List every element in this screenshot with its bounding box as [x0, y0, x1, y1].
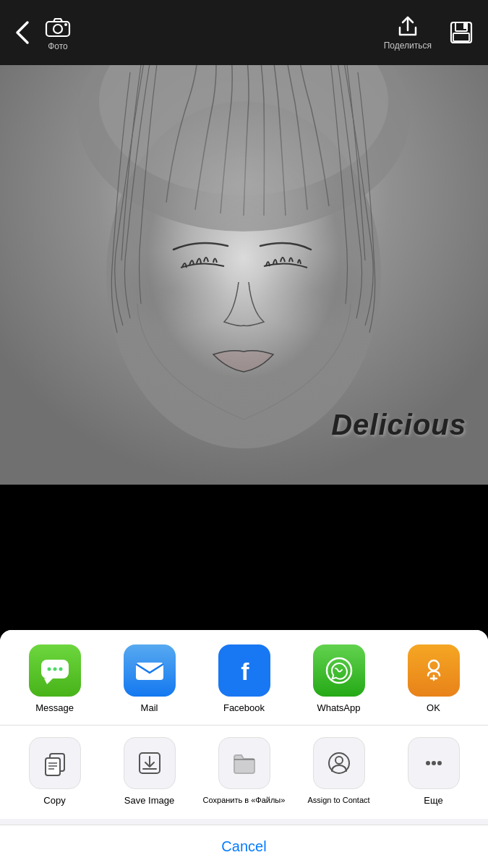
svg-rect-5: [463, 23, 466, 29]
svg-point-32: [426, 761, 430, 765]
save-image-action-icon: [124, 737, 176, 789]
back-button[interactable]: [14, 20, 30, 46]
cancel-button[interactable]: Cancel: [0, 825, 488, 868]
mail-label: Mail: [141, 702, 158, 713]
facebook-icon: f: [218, 644, 270, 697]
svg-point-15: [59, 668, 62, 671]
app-facebook[interactable]: f Facebook: [197, 644, 291, 713]
svg-point-31: [335, 757, 343, 764]
assign-contact-action-icon: [313, 737, 365, 789]
camera-label: Фото: [48, 41, 68, 51]
copy-label: Copy: [43, 795, 65, 807]
app-whatsapp[interactable]: WhatsApp: [291, 644, 386, 713]
svg-point-14: [53, 668, 56, 671]
more-action-icon: [408, 737, 460, 789]
save-files-label: Сохранить в «Файлы»: [203, 795, 286, 805]
ok-icon: [408, 644, 460, 697]
svg-point-33: [432, 761, 436, 765]
app-message[interactable]: Message: [7, 644, 102, 713]
actions-row: Copy Save Image: [0, 726, 488, 819]
mail-icon: [124, 644, 176, 697]
copy-action-icon: [29, 737, 81, 789]
ok-label: OK: [427, 702, 440, 713]
save-button[interactable]: [449, 20, 474, 45]
svg-text:f: f: [241, 658, 249, 685]
svg-rect-23: [46, 758, 60, 775]
svg-point-13: [47, 668, 51, 671]
top-bar: Фото Поделиться: [0, 0, 488, 65]
svg-point-34: [437, 761, 442, 765]
action-more[interactable]: Еще: [386, 737, 481, 807]
action-copy[interactable]: Copy: [7, 737, 102, 807]
save-image-label: Save Image: [124, 795, 174, 807]
share-button[interactable]: Поделиться: [384, 14, 432, 51]
app-ok[interactable]: OK: [386, 644, 481, 713]
svg-rect-6: [453, 33, 469, 41]
apps-row: Message Mail f Faceboo: [0, 630, 488, 726]
cancel-label: Cancel: [221, 838, 266, 854]
camera-icon: [45, 14, 71, 40]
svg-point-19: [429, 660, 439, 671]
whatsapp-label: WhatsApp: [317, 702, 361, 713]
whatsapp-icon: [313, 644, 365, 697]
watermark: Delicious: [331, 409, 466, 441]
action-assign-contact[interactable]: Assign to Contact: [291, 737, 386, 805]
svg-point-1: [53, 25, 62, 33]
image-area: Delicious: [0, 0, 488, 485]
share-panel: Message Mail f Faceboo: [0, 630, 488, 868]
svg-rect-3: [451, 22, 471, 43]
save-icon: [449, 20, 474, 45]
svg-point-2: [64, 23, 67, 26]
assign-contact-label: Assign to Contact: [307, 795, 369, 805]
share-sheet: Message Mail f Faceboo: [0, 630, 488, 868]
sketch-background: Delicious: [0, 0, 488, 485]
action-save-image[interactable]: Save Image: [102, 737, 197, 807]
svg-rect-16: [136, 663, 163, 680]
share-label: Поделиться: [384, 41, 432, 51]
facebook-label: Facebook: [223, 702, 265, 713]
message-label: Message: [35, 702, 74, 713]
save-files-action-icon: [218, 737, 270, 789]
more-label: Еще: [424, 795, 442, 807]
app-mail[interactable]: Mail: [102, 644, 197, 713]
action-save-files[interactable]: Сохранить в «Файлы»: [197, 737, 291, 805]
camera-button[interactable]: Фото: [45, 14, 71, 51]
share-icon: [395, 14, 420, 39]
message-icon: [29, 644, 81, 697]
